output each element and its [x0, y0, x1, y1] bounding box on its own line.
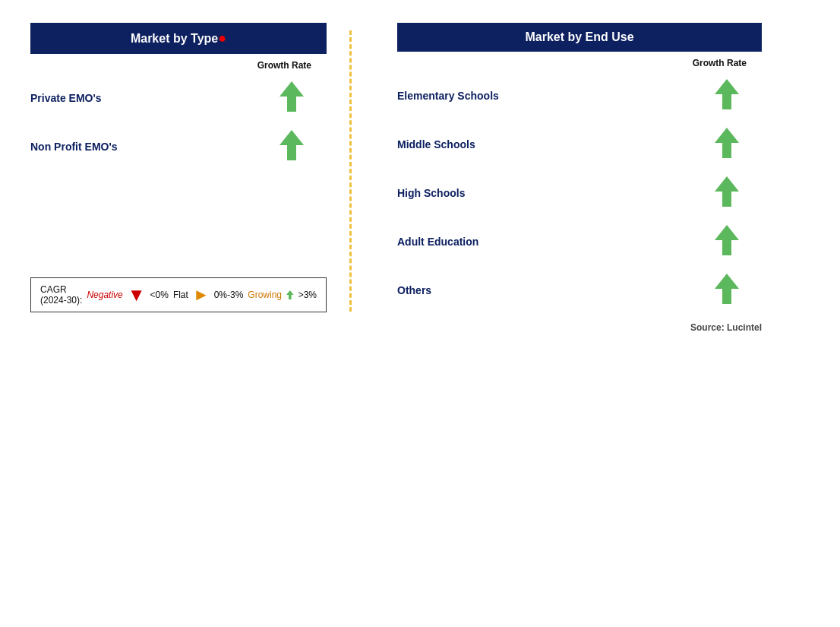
green-up-arrow-icon — [715, 225, 739, 255]
green-up-arrow-small-icon — [286, 284, 294, 306]
high-schools-label: High Schools — [397, 187, 465, 199]
left-panel-title: Market by Type — [131, 32, 218, 45]
svg-marker-2 — [286, 290, 294, 299]
middle-schools-label: Middle Schools — [397, 138, 475, 150]
legend-flat-label: Flat — [173, 290, 188, 300]
left-panel: Market by Type● Growth Rate Private EMO'… — [30, 23, 349, 333]
svg-marker-1 — [279, 130, 304, 160]
legend-growing-value: >3% — [298, 290, 317, 300]
list-item: Middle Schools — [397, 120, 762, 169]
svg-marker-5 — [715, 176, 739, 207]
right-panel-title: Market by End Use — [525, 30, 633, 43]
list-item: High Schools — [397, 169, 762, 217]
list-item: Others — [397, 266, 762, 315]
legend-cagr-label: CAGR(2024-30): — [40, 284, 82, 306]
green-up-arrow-icon — [715, 176, 739, 207]
nonprofit-emo-arrow-container — [279, 130, 304, 163]
red-dot: ● — [218, 30, 226, 46]
legend-negative-value: <0% — [150, 290, 169, 300]
green-up-arrow-icon — [715, 79, 739, 109]
right-panel-header: Market by End Use — [397, 23, 762, 52]
orange-right-arrow-icon: ► — [193, 285, 210, 305]
red-down-arrow-icon: ▼ — [128, 284, 146, 306]
elementary-schools-arrow — [715, 79, 739, 112]
svg-marker-6 — [715, 225, 739, 255]
green-up-arrow-icon — [279, 81, 304, 112]
others-arrow — [715, 274, 739, 307]
left-growth-rate-label: Growth Rate — [30, 60, 327, 71]
right-growth-rate-label: Growth Rate — [397, 58, 762, 68]
green-up-arrow-icon — [715, 274, 739, 304]
svg-marker-7 — [715, 274, 739, 304]
svg-marker-4 — [715, 128, 739, 158]
vertical-divider — [349, 30, 352, 312]
adult-education-label: Adult Education — [397, 236, 478, 248]
middle-schools-arrow — [715, 128, 739, 161]
list-item: Elementary Schools — [397, 71, 762, 120]
legend-negative-label: Negative — [87, 290, 122, 300]
svg-marker-3 — [715, 79, 739, 109]
list-item: Non Profit EMO's — [30, 122, 327, 171]
elementary-schools-label: Elementary Schools — [397, 90, 499, 102]
legend-flat-value: 0%-3% — [214, 290, 244, 300]
private-emo-label: Private EMO's — [30, 92, 102, 104]
green-up-arrow-icon — [715, 128, 739, 158]
adult-education-arrow — [715, 225, 739, 258]
legend-growing-label: Growing — [248, 290, 282, 300]
nonprofit-emo-label: Non Profit EMO's — [30, 141, 118, 153]
list-item: Adult Education — [397, 217, 762, 266]
right-panel: Market by End Use Growth Rate Elementary… — [397, 23, 762, 333]
legend-box: CAGR(2024-30): Negative ▼ <0% Flat ► 0%-… — [30, 277, 327, 312]
green-up-arrow-icon — [279, 130, 304, 160]
high-schools-arrow — [715, 176, 739, 210]
others-label: Others — [397, 284, 431, 296]
private-emo-arrow-container — [279, 81, 304, 115]
list-item: Private EMO's — [30, 74, 327, 122]
left-panel-header: Market by Type● — [30, 23, 327, 54]
source-text: Source: Lucintel — [397, 322, 762, 333]
svg-marker-0 — [279, 81, 304, 112]
